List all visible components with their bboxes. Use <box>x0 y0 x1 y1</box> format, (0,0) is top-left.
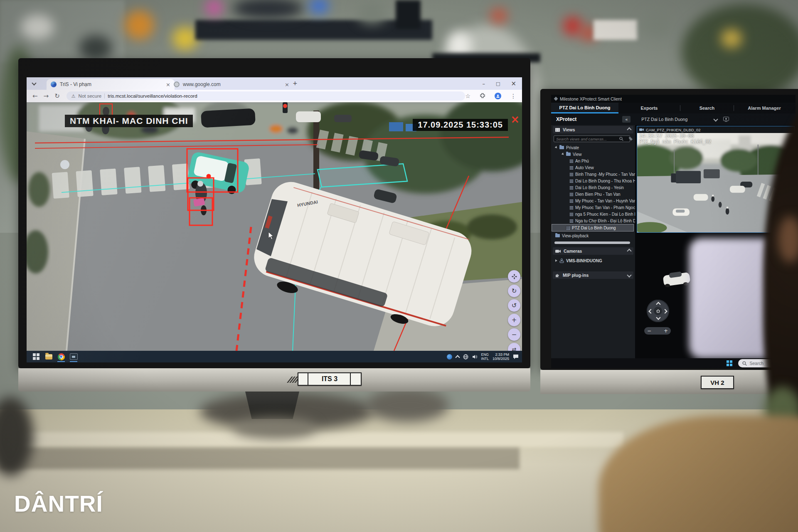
ptz-zoom-in[interactable]: + <box>664 328 668 334</box>
home-icon <box>656 309 660 313</box>
ptz-zoom-out[interactable]: − <box>647 328 651 334</box>
close-button[interactable]: × <box>511 80 516 87</box>
rotate-cw-button[interactable]: ↻ <box>508 285 520 297</box>
ptz-camera-tile[interactable]: CAM_PTZ_PHKIEN_DLBD_02 <box>637 126 795 233</box>
language-indicator[interactable]: ENG INTL <box>481 352 489 361</box>
tab-google[interactable]: www.google.com × <box>170 79 293 90</box>
video-close-icon[interactable]: × <box>510 113 520 126</box>
ptz-direction-pad[interactable] <box>647 300 669 322</box>
new-tab-button[interactable]: + <box>293 80 298 86</box>
expand-triangle[interactable] <box>562 153 565 156</box>
tab-ptz-dai-lo-binh-duong[interactable]: PTZ Dai Lo Binh Duong <box>551 103 618 113</box>
window-controls: – □ × <box>483 77 516 90</box>
view-grid-icon <box>569 199 573 203</box>
view-item[interactable]: My Phuoc - Tan Van - Huynh Van Luy <box>569 197 644 204</box>
view-grid-icon <box>569 186 573 190</box>
collapse-views-chevron[interactable] <box>627 127 631 132</box>
horizontal-scrollbar[interactable] <box>554 241 630 244</box>
address-bar[interactable]: ⚠ Not secure tris.mcst.local/surveillanc… <box>66 91 466 101</box>
cameras-panel-header[interactable]: Cameras <box>553 247 633 255</box>
view-item[interactable]: Dai Lo Binh Duong - Thu Khoa Huan <box>569 177 643 184</box>
camera-location-label: NTM KHAI- MAC DINH CHI <box>65 115 193 127</box>
tree-folder-private[interactable]: Private <box>555 144 579 151</box>
fullscreen-button[interactable] <box>508 270 520 283</box>
tray-time: 2:33 PM <box>495 352 509 357</box>
collapse-cameras-chevron[interactable] <box>627 249 631 253</box>
back-button[interactable]: ← <box>32 92 38 100</box>
mip-plugins-header[interactable]: MIP plug-ins <box>553 271 633 279</box>
camera-server-row[interactable]: VMS-BINHDUONG <box>555 257 602 264</box>
zoom-in-button[interactable]: + <box>508 314 520 326</box>
help-tray-icon[interactable] <box>447 354 452 360</box>
forward-button[interactable]: → <box>44 92 49 100</box>
tab-tris[interactable]: TriS - Vi phạm × <box>47 79 175 90</box>
start-button[interactable] <box>30 351 42 362</box>
tab-close-icon[interactable]: × <box>285 81 289 88</box>
tray-date: 10/8/2025 <box>493 357 509 361</box>
reload-button[interactable]: ↻ <box>54 92 60 100</box>
zoom-out-button[interactable]: − <box>508 328 520 341</box>
view-item[interactable]: Auto View <box>569 164 594 171</box>
views-search-input[interactable] <box>554 135 630 142</box>
chrome-taskbar-icon[interactable] <box>55 351 67 362</box>
network-globe-icon[interactable] <box>463 354 468 360</box>
notification-icon[interactable] <box>513 354 519 360</box>
tab-alarm-manager[interactable]: Alarm Manager <box>734 103 795 113</box>
ptz-down-arrow[interactable] <box>656 315 660 320</box>
clock[interactable]: 2:33 PM 10/8/2025 <box>493 352 509 361</box>
browser-menu-icon[interactable]: ⋮ <box>510 93 516 99</box>
file-explorer-icon[interactable] <box>42 351 55 362</box>
tree-folder-view-playback[interactable]: View-playback <box>555 232 589 239</box>
win11-start-button[interactable] <box>727 360 732 366</box>
rotate-ccw-button[interactable]: ↺ <box>508 299 520 312</box>
search-placeholder: Search <box>750 361 764 366</box>
expand-triangle[interactable] <box>555 146 558 149</box>
view-item[interactable]: Binh Thang -My Phuoc - Tan Van <box>569 171 636 177</box>
tree-folder-view[interactable]: View <box>562 151 582 158</box>
label-text: VH 2 <box>710 379 724 386</box>
ptz-up-arrow[interactable] <box>656 302 660 306</box>
camera-tile-header: CAM_PTZ_PHKIEN_DLBD_02 <box>637 126 794 133</box>
active-app-indicator <box>70 361 77 362</box>
view-item-selected[interactable]: PTZ Dai Lo Binh Duong <box>552 224 633 231</box>
desk-shadow <box>0 448 520 469</box>
views-grid-icon <box>555 128 560 132</box>
view-item[interactable]: Nga tu Chợ Đình - Đại Lộ Binh Dương <box>569 217 646 224</box>
tab-search[interactable]: Search <box>680 103 734 113</box>
tab-search-chevron-icon[interactable] <box>32 81 36 85</box>
profile-avatar[interactable] <box>495 93 501 99</box>
ptz-right-arrow[interactable] <box>663 309 667 313</box>
views-panel-header[interactable]: Views <box>553 126 633 133</box>
view-item[interactable]: Dien Bien Phu - Tan Van <box>569 191 621 197</box>
ptz-zoom-rocker[interactable]: − + <box>644 327 671 335</box>
hp-logo <box>289 377 298 383</box>
maximize-button[interactable]: □ <box>496 81 500 86</box>
tag-filter-icon[interactable] <box>628 137 633 141</box>
browser-tab-strip: TriS - Vi phạm × www.google.com × + – □ … <box>27 77 522 90</box>
ptz-left-arrow[interactable] <box>648 309 653 313</box>
view-selector-chevron[interactable] <box>714 117 718 121</box>
url-text: tris.mcst.local/surveillance/violation-r… <box>108 94 197 99</box>
speaker-icon[interactable] <box>472 354 478 360</box>
minimize-button[interactable]: – <box>483 81 485 87</box>
windows-search-pill[interactable]: Search <box>738 359 791 367</box>
selected-view-name[interactable]: PTZ Dai Lo Binh Duong <box>641 117 687 122</box>
view-item[interactable]: An Phú <box>569 158 589 164</box>
tab-title: www.google.com <box>183 81 221 87</box>
search-highlights-icon <box>781 361 786 366</box>
ptz-home-button[interactable] <box>654 307 662 315</box>
bookmark-star-icon[interactable]: ☆ <box>465 93 470 99</box>
view-grid-icon <box>569 179 573 183</box>
view-item[interactable]: Dai Lo Binh Duong - Yesin <box>569 184 624 191</box>
expand-mip-chevron[interactable] <box>627 273 631 277</box>
extensions-icon[interactable] <box>480 93 485 99</box>
expand-triangle[interactable] <box>555 259 557 262</box>
collapse-sidebar-button[interactable]: « <box>622 116 631 123</box>
sync-button[interactable]: ⇄ <box>508 343 520 351</box>
tray-expand-chevron[interactable] <box>455 355 460 360</box>
tab-exports[interactable]: Exports <box>618 103 680 113</box>
control-room-photo: ITS 3 TriS - Vi phạm × www.google.com × <box>0 0 798 532</box>
setup-icon[interactable] <box>723 117 729 122</box>
media-app-icon[interactable] <box>67 351 80 362</box>
search-magnifier-icon <box>619 137 623 141</box>
